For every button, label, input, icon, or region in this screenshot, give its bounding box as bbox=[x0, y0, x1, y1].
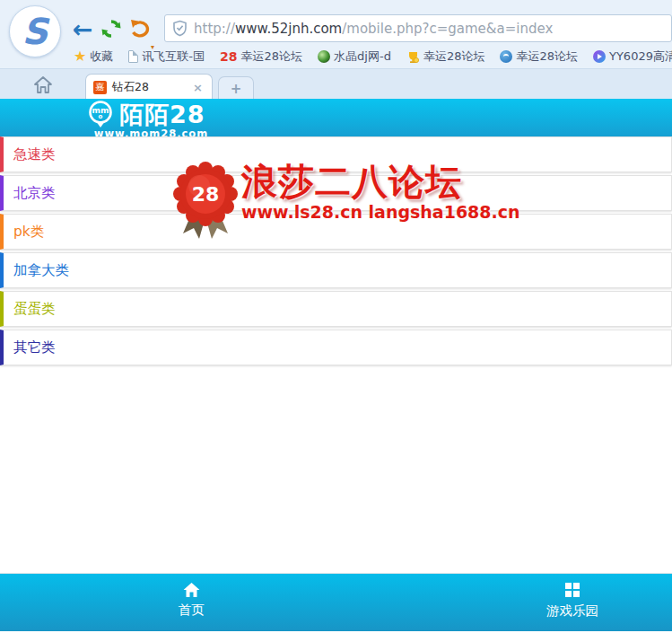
browser-toolbar: S ← ▾ bbox=[0, 0, 672, 68]
refresh-icon bbox=[100, 18, 122, 40]
category-label: 急速类 bbox=[13, 145, 56, 164]
home-button[interactable] bbox=[31, 73, 56, 96]
bookmark-xingyun28-2[interactable]: 幸运28论坛 bbox=[406, 48, 485, 65]
back-arrow-icon: ← bbox=[73, 17, 93, 41]
bookmark-label: 幸运28论坛 bbox=[516, 48, 578, 65]
bookmark-xingyun28-1[interactable]: 28 幸运28论坛 bbox=[220, 48, 302, 65]
category-label: 加拿大类 bbox=[13, 261, 69, 280]
bookmark-label: 讯飞互联-国 bbox=[142, 48, 205, 65]
bookmark-yy6029[interactable]: YY6029高清 bbox=[593, 48, 672, 65]
grid-icon bbox=[565, 583, 580, 598]
home-icon bbox=[183, 583, 199, 597]
bookmark-label: 收藏 bbox=[90, 48, 113, 65]
sogou-logo-icon: S bbox=[22, 13, 48, 49]
category-label: pk类 bbox=[13, 223, 44, 242]
category-label: 其它类 bbox=[13, 338, 56, 357]
momo-pin-icon: mm o bbox=[86, 100, 115, 130]
blue-circle-icon bbox=[500, 50, 512, 63]
category-row-jisu[interactable]: 急速类 bbox=[0, 136, 672, 172]
nav-item-home[interactable]: 首页 bbox=[179, 583, 205, 619]
bookmarks-bar: ★ 收藏 讯飞互联-国 28 幸运28论坛 水晶dj网-d 幸运28论坛 bbox=[74, 45, 672, 68]
address-bar[interactable]: http://www.52jnh.com/mobile.php?c=game&a… bbox=[164, 14, 672, 42]
tab-close-icon[interactable]: × bbox=[191, 81, 205, 94]
category-label: 蛋蛋类 bbox=[13, 300, 56, 319]
bookmark-xingyun28-3[interactable]: 幸运28论坛 bbox=[500, 48, 578, 65]
bottom-nav-bar: 首页 游戏乐园 bbox=[0, 573, 672, 631]
screen: S ← ▾ bbox=[0, 0, 672, 633]
home-icon bbox=[33, 75, 53, 94]
trophy-icon bbox=[406, 50, 420, 64]
tab-zuanshi28[interactable]: 嘉 钻石28 × bbox=[85, 74, 213, 100]
site-logo[interactable]: mm o 陌陌28 www.mom28.com bbox=[86, 100, 216, 136]
globe-icon bbox=[318, 50, 330, 63]
bookmark-label: 幸运28论坛 bbox=[423, 48, 485, 65]
security-shield-icon[interactable] bbox=[172, 20, 188, 37]
plus-icon: + bbox=[231, 81, 242, 97]
bookmark-label: YY6029高清 bbox=[609, 48, 672, 65]
play-icon bbox=[593, 50, 606, 63]
site-header: mm o 陌陌28 www.mom28.com bbox=[0, 99, 672, 136]
bookmark-shuijing-dj[interactable]: 水晶dj网-d bbox=[318, 48, 391, 65]
bookmark-xunfei[interactable]: 讯飞互联-国 bbox=[128, 48, 205, 65]
back-button[interactable]: ← bbox=[70, 16, 95, 41]
bookmark-label: 水晶dj网-d bbox=[334, 48, 391, 65]
browser-logo-button[interactable]: S bbox=[9, 5, 61, 57]
undo-icon bbox=[129, 19, 151, 39]
nav-label: 首页 bbox=[179, 602, 205, 619]
bookmark-label: 幸运28论坛 bbox=[241, 48, 303, 65]
red-28-text-icon: 28 bbox=[220, 49, 237, 64]
svg-text:o: o bbox=[99, 113, 103, 120]
category-row-pk[interactable]: pk类 bbox=[0, 214, 672, 250]
url-scheme: http:// bbox=[194, 21, 235, 37]
category-row-beijing[interactable]: 北京类 bbox=[0, 175, 672, 211]
category-row-dandan[interactable]: 蛋蛋类 bbox=[0, 291, 672, 327]
site-logo-text: 陌陌28 bbox=[119, 101, 205, 128]
category-row-jianada[interactable]: 加拿大类 bbox=[0, 252, 672, 288]
new-tab-button[interactable]: + bbox=[218, 76, 254, 100]
tab-title: 钻石28 bbox=[112, 80, 191, 95]
category-row-qita[interactable]: 其它类 bbox=[0, 330, 672, 365]
tab-bar: 嘉 钻石28 × + bbox=[0, 68, 672, 99]
url-domain: www.52jnh.com bbox=[235, 21, 342, 37]
nav-label: 游戏乐园 bbox=[546, 602, 598, 620]
nav-item-game-park[interactable]: 游戏乐园 bbox=[546, 583, 598, 620]
category-list: 急速类 北京类 pk类 加拿大类 蛋蛋类 其它类 bbox=[0, 136, 672, 368]
refresh-button[interactable] bbox=[99, 16, 124, 41]
bookmark-favorites[interactable]: ★ 收藏 bbox=[74, 48, 113, 65]
webpage-viewport: mm o 陌陌28 www.mom28.com 急速类 北京类 pk类 加拿大类 bbox=[0, 99, 672, 633]
page-icon bbox=[128, 50, 138, 63]
tab-favicon: 嘉 bbox=[93, 81, 107, 94]
star-icon: ★ bbox=[74, 49, 86, 64]
category-label: 北京类 bbox=[13, 184, 56, 203]
url-path: /mobile.php?c=game&a=index bbox=[342, 21, 553, 37]
undo-button[interactable]: ▾ bbox=[127, 16, 153, 41]
